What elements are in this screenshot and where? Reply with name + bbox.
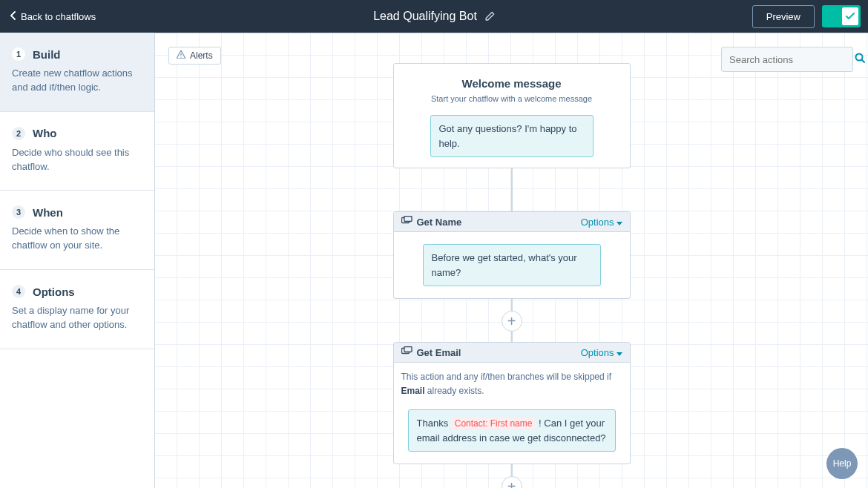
preview-button[interactable]: Preview — [752, 5, 815, 28]
step-title: When — [33, 206, 63, 219]
publish-toggle[interactable] — [822, 5, 861, 27]
help-label: Help — [833, 458, 852, 469]
connector-line — [511, 332, 513, 342]
options-label: Options — [581, 217, 614, 228]
connector-line — [511, 464, 513, 476]
pencil-icon[interactable] — [484, 11, 495, 22]
alerts-label: Alerts — [190, 50, 213, 61]
add-action-button[interactable]: + — [502, 476, 522, 488]
search-actions-box[interactable] — [721, 47, 853, 72]
get-email-card[interactable]: Get Email Options This action and any if… — [393, 342, 631, 464]
skip-note: This action and any if/then branches wil… — [394, 363, 630, 398]
connector-line — [511, 299, 513, 311]
search-input[interactable] — [729, 54, 854, 65]
options-label: Options — [581, 347, 614, 358]
add-action-button[interactable]: + — [502, 311, 522, 332]
sidebar-step-options[interactable]: 4 Options Set a display name for your ch… — [0, 270, 154, 349]
steps-sidebar: 1 Build Create new chatflow actions and … — [0, 33, 155, 488]
help-button[interactable]: Help — [826, 448, 858, 479]
flow-column: Welcome message Start your chatflow with… — [393, 63, 631, 488]
card-options-link[interactable]: Options — [581, 347, 622, 358]
caret-down-icon — [617, 347, 622, 358]
chat-icon — [401, 346, 412, 358]
caret-down-icon — [617, 217, 622, 228]
main-layout: 1 Build Create new chatflow actions and … — [0, 33, 868, 488]
get-name-card[interactable]: Get Name Options Before we get started, … — [393, 211, 631, 299]
card-label: Get Name — [417, 217, 462, 228]
sidebar-step-build[interactable]: 1 Build Create new chatflow actions and … — [0, 33, 154, 112]
step-number: 2 — [12, 127, 25, 140]
contact-firstname-token: Contact: First name — [451, 418, 536, 429]
app-header: Back to chatflows Lead Qualifying Bot Pr… — [0, 0, 868, 33]
flow-canvas[interactable]: Alerts Welcome message Start your chatfl… — [155, 33, 868, 488]
alerts-button[interactable]: Alerts — [168, 47, 221, 65]
step-number: 1 — [12, 47, 25, 61]
step-desc: Decide who should see this chatflow. — [12, 146, 142, 174]
page-title-wrap: Lead Qualifying Bot — [373, 10, 495, 23]
step-title: Build — [33, 48, 61, 61]
get-email-bubble: Thanks Contact: First name ! Can I get y… — [408, 409, 616, 452]
step-desc: Set a display name for your chatflow and… — [12, 304, 142, 332]
welcome-bubble: Got any questions? I'm happy to help. — [430, 115, 594, 157]
step-number: 4 — [12, 285, 25, 298]
step-desc: Decide when to show the chatflow on your… — [12, 225, 142, 253]
svg-line-3 — [862, 60, 865, 63]
sidebar-step-who[interactable]: 2 Who Decide who should see this chatflo… — [0, 112, 154, 191]
welcome-message-card[interactable]: Welcome message Start your chatflow with… — [393, 63, 631, 168]
svg-rect-7 — [404, 347, 412, 352]
get-name-bubble: Before we get started, what's your name? — [423, 244, 601, 286]
connector-line — [511, 168, 513, 211]
sidebar-step-when[interactable]: 3 When Decide when to show the chatflow … — [0, 191, 154, 270]
toggle-knob — [842, 7, 858, 25]
card-options-link[interactable]: Options — [581, 217, 622, 228]
card-label: Get Email — [417, 347, 461, 358]
step-title: Options — [33, 286, 75, 298]
step-title: Who — [33, 127, 56, 139]
step-desc: Create new chatflow actions and add if/t… — [12, 67, 142, 95]
back-link-label: Back to chatflows — [21, 11, 96, 22]
chat-icon — [401, 216, 412, 228]
welcome-subtitle: Start your chatflow with a welcome messa… — [401, 94, 622, 103]
card-header: Get Name Options — [394, 212, 630, 232]
svg-rect-5 — [404, 217, 412, 222]
page-title: Lead Qualifying Bot — [373, 10, 477, 23]
svg-point-1 — [180, 56, 181, 57]
header-actions: Preview — [752, 5, 861, 28]
welcome-title: Welcome message — [401, 77, 622, 90]
card-header: Get Email Options — [394, 343, 630, 363]
back-link[interactable]: Back to chatflows — [10, 11, 96, 22]
step-number: 3 — [12, 205, 25, 219]
chevron-left-icon — [10, 11, 16, 22]
search-icon — [854, 52, 866, 67]
warning-icon — [177, 50, 185, 61]
